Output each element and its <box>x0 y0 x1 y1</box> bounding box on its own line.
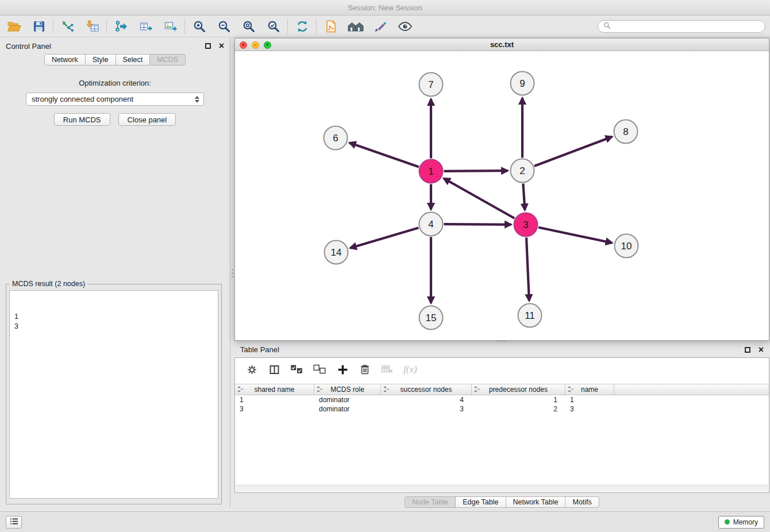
table-tab-motifs[interactable]: Motifs <box>565 496 599 508</box>
close-table-panel-icon[interactable]: × <box>759 345 764 354</box>
search-box[interactable] <box>598 20 765 33</box>
delete-row-icon[interactable] <box>359 363 371 376</box>
close-panel-icon[interactable]: × <box>219 41 224 51</box>
edge-1-6[interactable] <box>349 142 419 167</box>
gear-icon[interactable] <box>245 363 258 376</box>
tab-select[interactable]: Select <box>116 54 151 65</box>
table-cell[interactable]: 1 <box>472 395 565 404</box>
eye-icon[interactable] <box>395 18 414 35</box>
edge-2-8[interactable] <box>534 137 612 166</box>
column-header-mcds-role[interactable]: MCDS role <box>314 384 381 395</box>
import-network-icon[interactable] <box>58 18 77 35</box>
edge-3-10[interactable] <box>538 228 612 243</box>
table-horizontal-scrollbar[interactable] <box>236 485 768 492</box>
main-toolbar <box>0 16 770 37</box>
control-panel-header: Control Panel × <box>0 38 230 54</box>
edge-4-3[interactable] <box>444 224 511 225</box>
table-tab-edge-table[interactable]: Edge Table <box>455 496 506 508</box>
tab-network[interactable]: Network <box>44 54 86 65</box>
toolbar-group <box>58 18 102 35</box>
memory-label: Memory <box>733 518 758 526</box>
zoom-in-icon[interactable] <box>190 18 209 35</box>
table-tab-network-table[interactable]: Network Table <box>506 496 566 508</box>
zoom-selected-icon[interactable] <box>264 18 283 35</box>
zoom-fit-icon[interactable] <box>239 18 258 35</box>
import-table-icon[interactable] <box>83 18 102 35</box>
table-cell[interactable]: 3 <box>565 404 614 414</box>
column-header-predecessor-nodes[interactable]: predecessor nodes <box>472 384 565 395</box>
deselect-all-icon[interactable] <box>313 363 326 376</box>
network-window-titlebar[interactable]: × − + scc.txt <box>235 38 769 51</box>
mcds-result-list[interactable]: 1 3 <box>9 290 218 499</box>
table-cell[interactable]: dominator <box>314 404 381 414</box>
table-cell[interactable]: dominator <box>314 395 381 404</box>
select-all-icon[interactable] <box>290 363 303 376</box>
toolbar-separator <box>106 19 107 34</box>
table-tab-node-table[interactable]: Node Table <box>405 496 456 508</box>
edge-3-11[interactable] <box>526 238 529 301</box>
node-label-3: 3 <box>523 219 528 230</box>
column-header-successor-nodes[interactable]: successor nodes <box>381 384 472 395</box>
table-cell[interactable]: 1 <box>565 395 614 404</box>
table-panel-tabs: Node TableEdge TableNetwork TableMotifs <box>234 494 769 510</box>
node-label-14: 14 <box>331 247 342 258</box>
node-label-15: 15 <box>426 313 437 323</box>
toolbar-icon-groups <box>5 18 414 35</box>
export-network-icon[interactable] <box>111 18 130 35</box>
node-label-2: 2 <box>519 165 525 176</box>
zoom-out-icon[interactable] <box>214 18 233 35</box>
node-label-9: 9 <box>519 78 525 89</box>
network-view-window: × − + scc.txt 7968124314101511 <box>234 38 769 341</box>
minimize-window-icon[interactable]: − <box>252 41 259 49</box>
float-table-panel-icon[interactable] <box>745 347 750 353</box>
table-cell[interactable]: 3 <box>235 404 314 414</box>
delete-table-icon <box>381 363 394 376</box>
memory-button[interactable]: Memory <box>718 516 764 529</box>
criterion-select[interactable]: strongly connected component <box>26 92 204 106</box>
tab-style[interactable]: Style <box>85 54 116 65</box>
open-session-icon[interactable] <box>5 18 24 35</box>
dropdown-arrows-icon <box>195 96 199 103</box>
control-panel: Control Panel × NetworkStyleSelectMCDS O… <box>0 38 230 508</box>
edge-1-2[interactable] <box>444 171 508 171</box>
task-history-button[interactable] <box>6 516 22 529</box>
vertical-splitter-handle[interactable] <box>230 265 234 280</box>
export-image-icon[interactable] <box>161 18 180 35</box>
search-input[interactable] <box>614 22 760 31</box>
status-bar: Memory <box>0 511 770 532</box>
column-header-shared-name[interactable]: shared name <box>235 384 314 395</box>
table-cell[interactable]: 1 <box>235 395 314 404</box>
toolbar-separator <box>184 19 185 34</box>
network-canvas[interactable]: 7968124314101511 <box>235 51 769 340</box>
paint-style-icon[interactable] <box>371 18 390 35</box>
search-icon <box>603 21 611 32</box>
network-document-icon[interactable] <box>321 18 340 35</box>
table-cell[interactable]: 3 <box>381 404 472 414</box>
float-panel-icon[interactable] <box>205 43 211 49</box>
mcds-result-groupbox: MCDS result (2 nodes) 1 3 <box>6 284 222 504</box>
list-icon <box>10 517 18 527</box>
run-mcds-button[interactable]: Run MCDS <box>54 113 110 126</box>
save-session-icon[interactable] <box>29 18 48 35</box>
edge-4-14[interactable] <box>350 228 418 248</box>
table-cell[interactable]: 2 <box>472 404 565 414</box>
close-window-icon[interactable]: × <box>240 41 247 49</box>
node-label-7: 7 <box>428 79 433 90</box>
home-icon[interactable] <box>346 18 365 35</box>
tab-mcds[interactable]: MCDS <box>149 54 186 65</box>
refresh-icon[interactable] <box>292 18 311 35</box>
table-row[interactable]: 3dominator323 <box>235 404 769 414</box>
column-header-label: MCDS role <box>330 385 364 394</box>
columns-icon[interactable] <box>268 363 280 376</box>
edge-3-1[interactable] <box>444 179 514 219</box>
maximize-window-icon[interactable]: + <box>264 41 271 49</box>
export-table-icon[interactable] <box>136 18 155 35</box>
table-rows: 1dominator4113dominator323 <box>235 395 769 414</box>
close-panel-button[interactable]: Close panel <box>118 113 176 126</box>
table-cell[interactable]: 4 <box>381 395 472 404</box>
column-header-name[interactable]: name <box>565 384 614 395</box>
edge-2-3[interactable] <box>523 184 525 210</box>
horizontal-splitter-handle[interactable] <box>494 339 507 343</box>
table-row[interactable]: 1dominator411 <box>235 395 769 404</box>
add-column-icon[interactable] <box>336 363 349 376</box>
